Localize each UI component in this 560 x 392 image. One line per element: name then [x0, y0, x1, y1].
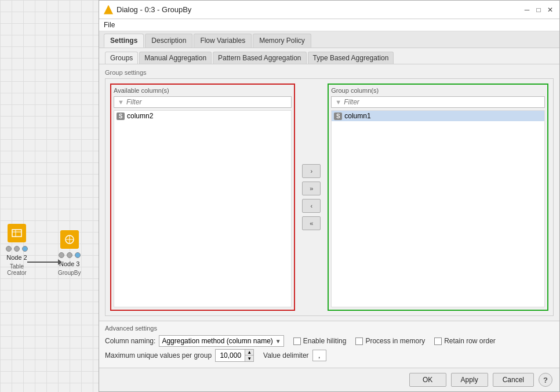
- port-active: [75, 252, 81, 258]
- enable-hiliting-field[interactable]: Enable hiliting: [293, 337, 347, 345]
- connector-line: [27, 262, 59, 263]
- group-filter-input[interactable]: [344, 98, 541, 106]
- port: [6, 246, 12, 252]
- inner-tab-pattern[interactable]: Pattern Based Aggregation: [213, 52, 306, 64]
- column-naming-value: Aggregation method (column name): [162, 337, 272, 345]
- group-col-type-badge-s: S: [334, 112, 342, 120]
- inner-tabs: Groups Manual Aggregation Pattern Based …: [99, 48, 559, 64]
- node2-ports: [6, 246, 28, 252]
- dialog-window: Dialog - 0:3 - GroupBy ─ □ ✕ File Settin…: [99, 0, 560, 392]
- maximize-button[interactable]: □: [534, 5, 543, 14]
- group-column-item[interactable]: S column1: [332, 111, 544, 121]
- enable-hiliting-checkbox[interactable]: [293, 337, 301, 345]
- dialog-tabs: Settings Description Flow Variables Memo…: [99, 31, 559, 48]
- dialog-title-icon: [104, 5, 113, 14]
- available-column-list[interactable]: S column2: [114, 110, 292, 307]
- value-delimiter-label: Value delimiter: [263, 351, 308, 360]
- node3-type: GroupBy: [58, 270, 81, 276]
- inner-tab-type-based[interactable]: Type Based Aggregation: [308, 52, 394, 64]
- enable-hiliting-label: Enable hiliting: [303, 337, 347, 345]
- available-filter-input[interactable]: [126, 98, 288, 106]
- cancel-button[interactable]: Cancel: [493, 373, 534, 387]
- value-delimiter-input[interactable]: ,: [312, 350, 326, 361]
- process-in-memory-label: Process in memory: [365, 337, 425, 345]
- spinner-down-button[interactable]: ▼: [245, 355, 253, 361]
- column-naming-field: Column naming: Aggregation method (colum…: [105, 335, 284, 347]
- max-unique-spinner[interactable]: 10,000 ▲ ▼: [215, 349, 254, 362]
- menu-file[interactable]: File: [104, 21, 115, 29]
- tab-description[interactable]: Description: [145, 34, 192, 48]
- col-type-badge-s: S: [117, 112, 125, 120]
- max-unique-field: Maximum unique values per group 10,000 ▲…: [105, 349, 254, 362]
- groups-panel: Group settings Available column(s) ▼ S: [99, 64, 559, 321]
- spinner-up-button[interactable]: ▲: [245, 350, 253, 355]
- group-settings-label: Group settings: [105, 69, 554, 76]
- available-filter-icon: ▼: [118, 99, 124, 106]
- tab-memory-policy[interactable]: Memory Policy: [253, 34, 311, 48]
- dialog-title-left: Dialog - 0:3 - GroupBy: [104, 5, 191, 14]
- retain-row-order-label: Retain row order: [444, 337, 496, 345]
- process-in-memory-checkbox[interactable]: [355, 337, 363, 345]
- group-columns-title: Group column(s): [331, 87, 545, 94]
- advanced-row-1: Column naming: Aggregation method (colum…: [105, 335, 554, 347]
- inner-tab-groups[interactable]: Groups: [105, 52, 138, 64]
- advanced-row-2: Maximum unique values per group 10,000 ▲…: [105, 349, 554, 362]
- arrow-buttons: › » ‹ «: [300, 84, 323, 311]
- canvas-background: [0, 0, 99, 392]
- available-column-item[interactable]: S column2: [114, 111, 291, 121]
- port: [67, 252, 72, 258]
- dialog-main-content: Groups Manual Aggregation Pattern Based …: [99, 48, 559, 368]
- available-columns-panel: Available column(s) ▼ S column2: [110, 84, 295, 311]
- remove-all-button[interactable]: «: [302, 216, 321, 230]
- dialog-title-text: Dialog - 0:3 - GroupBy: [117, 5, 191, 14]
- retain-row-order-field[interactable]: Retain row order: [434, 337, 496, 345]
- dialog-menubar[interactable]: File: [99, 19, 559, 31]
- node2-label: Node 2: [6, 254, 27, 261]
- group-settings-box: Available column(s) ▼ S column2: [105, 78, 554, 316]
- process-in-memory-field[interactable]: Process in memory: [355, 337, 425, 345]
- group-column-list[interactable]: S column1: [331, 110, 545, 307]
- port: [59, 252, 64, 258]
- port: [14, 246, 20, 252]
- available-columns-title: Available column(s): [114, 87, 292, 94]
- value-delimiter-field: Value delimiter ,: [263, 350, 326, 361]
- max-unique-value: 10,000: [216, 350, 245, 361]
- spinner-arrows: ▲ ▼: [245, 350, 253, 361]
- help-button[interactable]: ?: [539, 373, 552, 387]
- group-col-name: column1: [344, 112, 370, 120]
- add-all-button[interactable]: »: [302, 182, 321, 195]
- svg-rect-0: [12, 230, 21, 237]
- advanced-settings-title: Advanced settings: [105, 325, 554, 332]
- remove-one-button[interactable]: ‹: [302, 199, 321, 213]
- close-button[interactable]: ✕: [546, 5, 555, 14]
- dialog-titlebar: Dialog - 0:3 - GroupBy ─ □ ✕: [99, 1, 559, 19]
- minimize-button[interactable]: ─: [522, 5, 532, 14]
- retain-row-order-checkbox[interactable]: [434, 337, 442, 345]
- dialog-footer: OK Apply Cancel ?: [99, 368, 559, 391]
- port-active: [22, 246, 28, 252]
- node-table-creator[interactable]: Node 2 Table Creator: [6, 224, 28, 276]
- available-filter-box: ▼: [114, 96, 292, 108]
- group-filter-icon: ▼: [335, 99, 341, 106]
- available-col-name: column2: [127, 112, 153, 120]
- node-groupby[interactable]: Node 3 GroupBy: [58, 230, 81, 276]
- ok-button[interactable]: OK: [409, 373, 446, 387]
- node2-type: Table Creator: [6, 263, 28, 276]
- group-filter-box: ▼: [331, 96, 545, 108]
- dialog-controls: ─ □ ✕: [522, 5, 555, 14]
- add-one-button[interactable]: ›: [302, 164, 321, 178]
- group-columns-panel: Group column(s) ▼ S column1: [328, 84, 548, 311]
- dropdown-arrow-icon: ▼: [275, 338, 281, 344]
- tab-flow-variables[interactable]: Flow Variables: [194, 34, 252, 48]
- value-delimiter-value: ,: [318, 351, 320, 360]
- apply-button[interactable]: Apply: [451, 373, 488, 387]
- tab-settings[interactable]: Settings: [104, 34, 144, 48]
- connector-arrow: [58, 259, 62, 265]
- advanced-settings: Advanced settings Column naming: Aggrega…: [99, 321, 559, 368]
- inner-tab-manual[interactable]: Manual Aggregation: [139, 52, 212, 64]
- columns-row: Available column(s) ▼ S column2: [110, 84, 548, 311]
- node3-ports: [59, 252, 81, 258]
- column-naming-label: Column naming:: [105, 337, 155, 345]
- max-unique-label: Maximum unique values per group: [105, 351, 212, 360]
- column-naming-dropdown[interactable]: Aggregation method (column name) ▼: [159, 335, 283, 347]
